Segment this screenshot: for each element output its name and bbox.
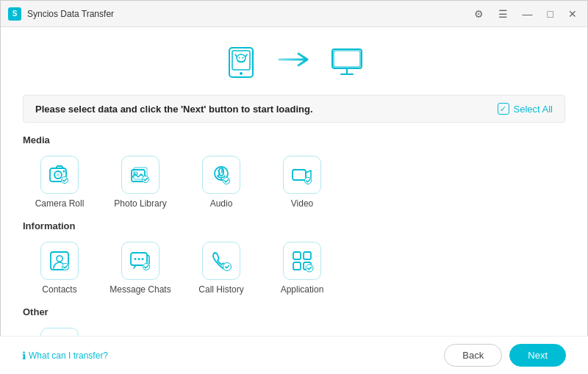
app-logo: S	[8, 7, 21, 21]
main-content: Please select data and click the 'Next' …	[1, 27, 587, 374]
information-items-grid: Contacts	[23, 237, 565, 299]
select-all-container[interactable]: ✓ Select All	[498, 103, 553, 115]
item-camera-roll-label: Camera Roll	[35, 198, 85, 209]
category-media-title: Media	[23, 134, 565, 145]
svg-line-5	[245, 54, 247, 57]
svg-rect-28	[293, 170, 306, 180]
item-application-label: Application	[281, 284, 324, 295]
next-button[interactable]: Next	[509, 344, 566, 367]
item-video[interactable]: Video	[265, 151, 339, 213]
category-information-title: Information	[23, 220, 565, 231]
category-information: Information Contacts	[23, 220, 565, 299]
svg-point-3	[237, 54, 245, 62]
category-media: Media	[23, 134, 565, 213]
svg-point-15	[63, 170, 65, 173]
svg-rect-45	[293, 262, 301, 270]
item-call-history[interactable]: Call History	[184, 237, 258, 299]
svg-point-36	[135, 258, 137, 260]
footer-buttons: Back Next	[444, 344, 566, 367]
back-button[interactable]: Back	[444, 344, 502, 367]
svg-rect-8	[332, 49, 362, 68]
transfer-header	[23, 27, 565, 95]
svg-line-4	[235, 54, 237, 57]
item-camera-roll[interactable]: Camera Roll	[23, 151, 96, 213]
instructions-text: Please select data and click the 'Next' …	[35, 104, 313, 115]
svg-point-2	[240, 72, 243, 75]
info-icon: ℹ	[22, 350, 26, 362]
item-message-chats[interactable]: Message Chats	[104, 237, 177, 299]
source-device-icon	[220, 42, 262, 83]
svg-rect-9	[334, 51, 360, 67]
item-application[interactable]: Application	[265, 237, 339, 299]
footer: ℹ What can I transfer? Back Next	[0, 336, 588, 374]
svg-point-14	[57, 173, 60, 177]
help-link-label: What can I transfer?	[29, 350, 108, 361]
item-photo-library[interactable]: Photo Library	[104, 151, 177, 213]
svg-point-37	[138, 258, 140, 260]
svg-point-6	[239, 57, 240, 59]
title-bar: S Syncios Data Transfer ⚙ ☰ — □ ✕	[1, 1, 587, 27]
help-link[interactable]: ℹ What can I transfer?	[22, 350, 108, 362]
settings-icon[interactable]: ⚙	[471, 7, 487, 21]
target-device-icon	[326, 42, 368, 83]
item-message-chats-label: Message Chats	[110, 284, 171, 295]
svg-rect-44	[304, 252, 311, 259]
svg-rect-43	[293, 252, 301, 259]
svg-point-32	[57, 256, 62, 262]
select-all-label: Select All	[514, 104, 553, 115]
window-controls[interactable]: ⚙ ☰ — □ ✕	[471, 7, 580, 21]
svg-rect-1	[232, 51, 250, 70]
svg-point-38	[142, 258, 144, 260]
item-contacts[interactable]: Contacts	[23, 237, 96, 299]
svg-point-7	[243, 57, 244, 59]
item-audio[interactable]: Audio	[184, 151, 258, 213]
transfer-arrow-icon	[276, 48, 312, 77]
minimize-button[interactable]: —	[520, 7, 536, 21]
item-audio-label: Audio	[210, 198, 233, 209]
maximize-button[interactable]: □	[545, 7, 556, 21]
menu-icon[interactable]: ☰	[495, 7, 511, 21]
close-button[interactable]: ✕	[565, 7, 580, 21]
category-other-title: Other	[23, 306, 565, 317]
item-photo-library-label: Photo Library	[114, 198, 166, 209]
media-items-grid: Camera Roll	[23, 151, 565, 213]
select-all-checkbox[interactable]: ✓	[498, 103, 509, 115]
item-call-history-label: Call History	[198, 284, 243, 295]
app-title: Syncios Data Transfer	[27, 9, 471, 19]
item-contacts-label: Contacts	[42, 284, 76, 295]
instructions-bar: Please select data and click the 'Next' …	[23, 95, 565, 123]
item-video-label: Video	[291, 198, 313, 209]
